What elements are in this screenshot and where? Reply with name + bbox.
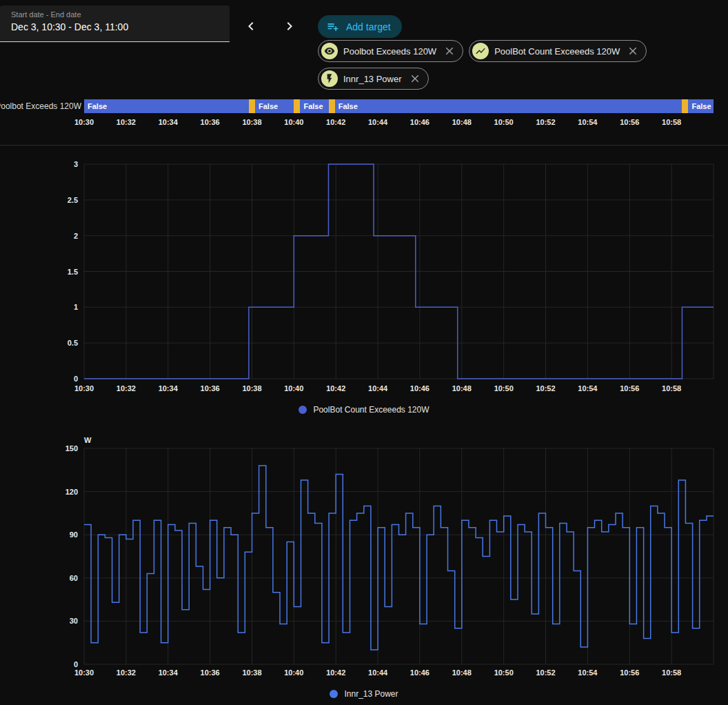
series-line xyxy=(84,466,714,650)
count-legend-dot xyxy=(299,406,307,414)
power-legend-label: Innr_13 Power xyxy=(344,689,398,699)
timeline-entity-label: Poolbot Exceeds 120W xyxy=(0,101,81,112)
timeline-tick-label: 10:42 xyxy=(326,118,345,126)
x-tick-label: 10:40 xyxy=(284,668,303,677)
timeline-tick-label: 10:48 xyxy=(452,118,472,126)
x-tick-label: 10:52 xyxy=(536,384,555,393)
timeline-segment-false[interactable]: False xyxy=(255,99,294,113)
x-tick-label: 10:32 xyxy=(117,384,136,393)
y-tick-label: 1.5 xyxy=(68,268,78,276)
chevron-left-icon xyxy=(243,18,259,34)
date-range-label: Start date - End date xyxy=(11,10,219,19)
timeline-axis: 10:3010:3210:3410:3610:3810:4010:4210:44… xyxy=(84,118,714,128)
timeline-tick-label: 10:58 xyxy=(662,118,681,126)
eye-icon xyxy=(321,43,338,59)
y-tick-label: 1 xyxy=(74,303,78,311)
x-tick-label: 10:48 xyxy=(452,384,472,393)
x-tick-label: 10:50 xyxy=(494,668,514,677)
next-period-button[interactable] xyxy=(280,17,299,36)
timeline-tick-label: 10:54 xyxy=(578,118,597,126)
prev-period-button[interactable] xyxy=(241,17,261,36)
x-tick-label: 10:40 xyxy=(284,384,303,393)
target-chip-label: Poolbot Exceeds 120W xyxy=(343,46,436,57)
timeline-tick-label: 10:36 xyxy=(201,118,220,126)
x-tick-label: 10:34 xyxy=(159,384,179,393)
target-chip-innr13-power[interactable]: Innr_13 Power xyxy=(318,68,429,90)
x-tick-label: 10:32 xyxy=(117,668,136,677)
timeline-tick-label: 10:52 xyxy=(536,118,555,126)
x-tick-label: 10:30 xyxy=(74,668,94,677)
y-tick-label: 30 xyxy=(70,617,78,625)
x-tick-label: 10:36 xyxy=(201,668,220,677)
timeline-segment-false[interactable]: False xyxy=(84,99,249,113)
target-chip-poolbot-count[interactable]: PoolBot Count Exceeeds 120W xyxy=(469,40,647,62)
x-tick-label: 10:44 xyxy=(368,384,388,393)
remove-target-button[interactable] xyxy=(409,72,421,85)
y-axis-unit-label: W xyxy=(84,436,92,444)
timeline-tick-label: 10:34 xyxy=(159,118,178,126)
chevron-right-icon xyxy=(281,18,298,34)
timeline-tick-label: 10:38 xyxy=(242,118,261,126)
y-tick-label: 0 xyxy=(74,660,78,668)
target-chip-label: Innr_13 Power xyxy=(343,74,402,84)
section-divider xyxy=(0,145,728,146)
y-tick-label: 0.5 xyxy=(68,339,78,347)
x-tick-label: 10:56 xyxy=(620,384,639,393)
y-tick-label: 2.5 xyxy=(68,196,78,204)
x-tick-label: 10:56 xyxy=(620,668,639,677)
remove-target-button[interactable] xyxy=(443,45,456,57)
x-tick-label: 10:58 xyxy=(662,668,681,677)
close-icon xyxy=(627,45,639,57)
y-tick-label: 2 xyxy=(74,232,78,240)
x-tick-label: 10:38 xyxy=(242,384,261,393)
history-page: Start date - End date Dec 3, 10:30 - Dec… xyxy=(0,0,728,705)
timeline-segment-false[interactable]: False xyxy=(300,99,328,113)
target-chip-poolbot-exceeds[interactable]: Poolbot Exceeds 120W xyxy=(318,40,463,62)
chart-line-icon xyxy=(472,43,489,59)
timeline-tick-label: 10:44 xyxy=(368,118,387,126)
date-range-value: Dec 3, 10:30 - Dec 3, 11:00 xyxy=(11,21,219,32)
target-chips: Poolbot Exceeds 120W PoolBot Count Excee… xyxy=(318,40,704,90)
count-chart[interactable]: 00.511.522.5310:3010:3210:3410:3610:3810… xyxy=(0,152,728,400)
x-tick-label: 10:44 xyxy=(368,668,388,677)
x-tick-label: 10:34 xyxy=(159,668,179,677)
x-tick-label: 10:46 xyxy=(410,384,429,393)
y-tick-label: 150 xyxy=(65,444,78,453)
y-tick-label: 3 xyxy=(74,160,78,168)
timeline-tick-label: 10:46 xyxy=(410,118,429,126)
flash-icon xyxy=(321,70,338,87)
x-tick-label: 10:46 xyxy=(410,668,429,677)
x-tick-label: 10:36 xyxy=(201,384,220,393)
x-tick-label: 10:58 xyxy=(662,384,681,393)
timeline-segment-true[interactable] xyxy=(329,99,335,113)
power-legend-dot xyxy=(330,690,338,698)
y-tick-label: 0 xyxy=(74,375,78,383)
x-tick-label: 10:30 xyxy=(74,384,94,393)
x-tick-label: 10:48 xyxy=(452,668,472,677)
timeline-tick-label: 10:32 xyxy=(117,118,136,126)
timeline-segment-true[interactable] xyxy=(249,99,255,113)
date-range-field[interactable]: Start date - End date Dec 3, 10:30 - Dec… xyxy=(0,6,230,42)
power-chart[interactable]: 030609012015010:3010:3210:3410:3610:3810… xyxy=(0,431,728,683)
x-tick-label: 10:54 xyxy=(578,668,598,677)
x-tick-label: 10:38 xyxy=(242,668,261,677)
add-target-label: Add target xyxy=(346,21,391,32)
power-chart-legend[interactable]: Innr_13 Power xyxy=(0,689,728,699)
timeline-tick-label: 10:50 xyxy=(494,118,514,126)
y-tick-label: 60 xyxy=(70,574,78,582)
timeline-tick-label: 10:56 xyxy=(620,118,639,126)
timeline-tick-label: 10:40 xyxy=(284,118,303,126)
target-chip-label: PoolBot Count Exceeeds 120W xyxy=(494,46,620,57)
timeline-segment-true[interactable] xyxy=(682,99,688,113)
remove-target-button[interactable] xyxy=(627,45,639,57)
close-icon xyxy=(409,72,421,85)
timeline-bar[interactable]: FalseFalseFalseFalseFalse xyxy=(84,99,714,113)
close-icon xyxy=(443,45,456,57)
add-target-button[interactable]: Add target xyxy=(318,15,402,38)
timeline-segment-false[interactable]: False xyxy=(688,99,714,113)
timeline-segment-true[interactable] xyxy=(294,99,300,113)
x-tick-label: 10:42 xyxy=(326,668,345,677)
count-chart-legend[interactable]: PoolBot Count Exceeeds 120W xyxy=(0,405,728,415)
timeline-segment-false[interactable]: False xyxy=(335,99,682,113)
count-legend-label: PoolBot Count Exceeeds 120W xyxy=(313,405,429,415)
